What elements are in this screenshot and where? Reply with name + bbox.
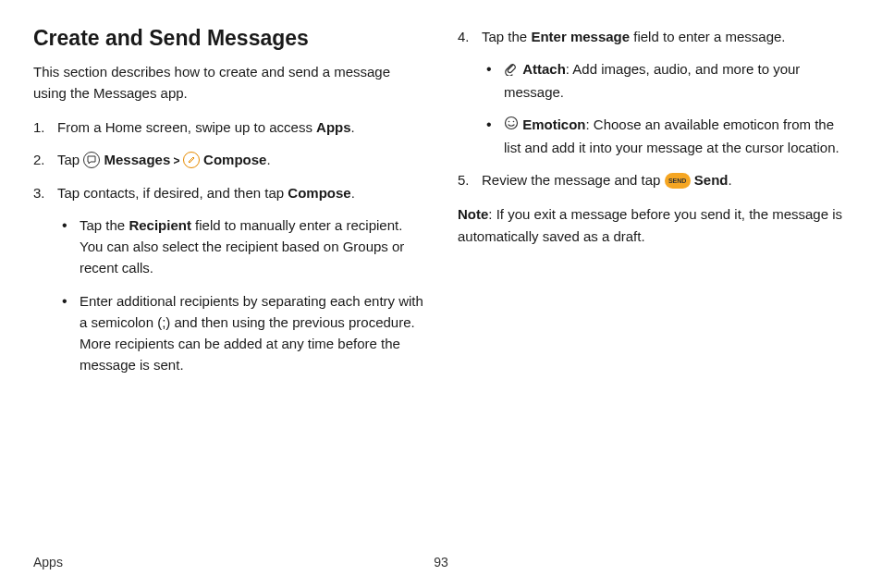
step-suffix: . [351,185,355,201]
page-content: Create and Send Messages This section de… [33,26,849,387]
substep-list: Attach: Add images, audio, and more to y… [482,58,849,158]
attach-bold: Attach [522,61,566,77]
right-column: 4. Tap the Enter message field to enter … [458,26,849,387]
substep-prefix: Tap the [80,217,129,233]
footer-section: Apps [33,555,63,570]
svg-point-2 [513,120,515,122]
substep-additional: Enter additional recipients by separatin… [57,290,424,376]
step-number: 2. [33,149,45,170]
compose-bold: Compose [288,185,350,201]
step-number: 3. [33,182,45,203]
substep-list: Tap the Recipient field to manually ente… [57,214,424,376]
emoticon-icon [504,115,519,136]
compose-label: Compose [203,152,266,167]
step-prefix: Tap the [482,29,531,44]
section-heading: Create and Send Messages [33,26,424,51]
left-column: Create and Send Messages This section de… [33,26,424,387]
send-icon: SEND [665,173,691,189]
step-suffix: . [728,172,731,188]
substep-text: Enter additional recipients by separatin… [80,293,423,374]
note-label: Note [458,206,488,222]
note-paragraph: Note: If you exit a message before you s… [458,203,849,247]
step-1: 1. From a Home screen, swipe up to acces… [33,116,424,138]
step-number: 5. [458,169,470,190]
send-bold: Send [694,172,729,188]
compose-icon [183,152,200,168]
svg-point-0 [506,116,518,129]
step-suffix: field to enter a message. [630,29,785,44]
chevron-icon: > [170,154,183,167]
emoticon-bold: Emoticon [522,116,585,132]
step-5: 5. Review the message and tap SEND Send. [458,169,849,190]
note-text: : If you exit a message before you send … [458,206,842,243]
step-prefix: Tap contacts, if desired, and then tap [57,185,288,201]
step-suffix: . [266,152,270,167]
steps-list-continued: 4. Tap the Enter message field to enter … [458,26,849,190]
step-text: From a Home screen, swipe up to access [57,119,316,135]
steps-list: 1. From a Home screen, swipe up to acces… [33,116,424,376]
step-number: 4. [458,26,470,47]
step-prefix: Tap [57,152,83,167]
page-footer: Apps 93 [33,555,849,570]
attach-icon [504,60,519,81]
intro-paragraph: This section describes how to create and… [33,62,424,104]
apps-label: Apps [316,119,351,135]
enter-message-bold: Enter message [531,29,630,44]
step-suffix: . [351,119,355,135]
substep-emoticon: Emoticon: Choose an available emoticon f… [482,114,849,158]
step-2: 2. Tap Messages > Compose. [33,149,424,170]
substep-attach: Attach: Add images, audio, and more to y… [482,58,849,103]
step-3: 3. Tap contacts, if desired, and then ta… [33,182,424,376]
step-prefix: Review the message and tap [482,172,665,188]
step-4: 4. Tap the Enter message field to enter … [458,26,849,158]
svg-point-1 [508,120,510,122]
step-number: 1. [33,116,45,138]
messages-icon [83,152,100,168]
page-number: 93 [434,555,448,570]
substep-recipient: Tap the Recipient field to manually ente… [57,214,424,279]
messages-label: Messages [104,152,171,167]
recipient-bold: Recipient [129,217,191,233]
